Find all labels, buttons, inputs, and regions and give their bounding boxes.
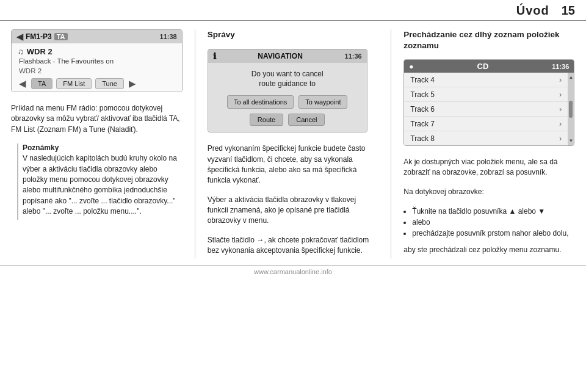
fm-station-name: ♫ WDR 2	[18, 47, 176, 56]
nav-question: Do you want to cancel route guidance to	[217, 69, 358, 90]
main-content: ◀ FM1-P3 TA 11:38 ♫ WDR 2 Flashback - Th…	[0, 21, 586, 265]
fm-track-info: Flashback - The Favourites on	[18, 57, 176, 65]
track-label: Track 4	[410, 76, 559, 84]
ta-badge: TA	[54, 33, 68, 40]
nav-question-line1: Do you want to cancel	[251, 70, 324, 78]
nav-top-bar: ℹ NAVIGATION 11:36	[208, 49, 367, 63]
note-title: Poznámky	[23, 143, 183, 152]
cd-scroll-thumb	[569, 101, 573, 118]
fm-list-button[interactable]: FM List	[56, 78, 92, 89]
right-list: Ťuknite na tlačidlo posuvníka ▲ alebo ▼a…	[412, 206, 575, 239]
ta-button[interactable]: TA	[31, 78, 52, 89]
mid-paragraph1: Pred vykonaním špecifickej funkcie budet…	[208, 143, 379, 186]
cd-main-row: Track 4›Track 5›Track 6›Track 7›Track 8›…	[404, 73, 574, 145]
page-footer: www.carmanualonline.info	[0, 265, 586, 278]
right-paragraph1: Ak je dostupných viac položiek menu, ale…	[403, 157, 575, 178]
cd-track-item[interactable]: Track 5›	[404, 87, 568, 102]
cd-scrollbar[interactable]: ▲ ▼	[568, 73, 574, 145]
page-title-area: Úvod 15	[516, 4, 575, 18]
nav-waypoint-button[interactable]: To waypoint	[298, 95, 347, 109]
fm-station-name-text: WDR 2	[27, 47, 52, 56]
fm-prev-icon[interactable]: ◀	[18, 78, 27, 89]
left-paragraph1: Príklad na menu FM rádio: pomocou dotyko…	[11, 103, 183, 135]
fm-top-left: ◀ FM1-P3 TA	[16, 32, 68, 42]
nav-screen: ℹ NAVIGATION 11:36 Do you want to cancel…	[208, 49, 367, 133]
col-mid: Správy ℹ NAVIGATION 11:36 Do you want to…	[208, 29, 379, 259]
fm-time: 11:38	[160, 33, 177, 40]
col-left: ◀ FM1-P3 TA 11:38 ♫ WDR 2 Flashback - Th…	[11, 29, 183, 259]
track-label: Track 8	[410, 134, 559, 143]
fm-buttons: ◀ TA FM List Tune ▶	[18, 78, 176, 89]
col-divider-2	[391, 29, 391, 259]
mid-section-heading: Správy	[208, 29, 379, 40]
cd-scroll-down-icon[interactable]: ▼	[568, 138, 573, 143]
track-label: Track 7	[410, 120, 559, 128]
nav-time: 11:36	[345, 53, 362, 60]
cd-top-bar: ● CD 11:36	[404, 60, 574, 73]
fm-body: ♫ WDR 2 Flashback - The Favourites on WD…	[12, 43, 182, 92]
right-paragraph2: Na dotykovej obrazovke:	[403, 187, 575, 197]
cd-icon: ●	[409, 62, 413, 71]
cd-track-list: Track 4›Track 5›Track 6›Track 7›Track 8›	[404, 73, 568, 145]
cd-time: 11:36	[552, 63, 569, 70]
note-block: Poznámky V nasledujúcich kapitolách budú…	[17, 143, 183, 219]
mid-paragraph2: Výber a aktivácia tlačidla obrazovky v t…	[208, 195, 379, 227]
page-title: Úvod	[516, 4, 549, 18]
fm-top-bar: ◀ FM1-P3 TA 11:38	[12, 30, 182, 43]
nav-route-button[interactable]: Route	[250, 114, 283, 126]
track-arrow-icon: ›	[559, 75, 562, 84]
cd-track-item[interactable]: Track 6›	[404, 102, 568, 117]
nav-cancel-button[interactable]: Cancel	[288, 114, 325, 126]
cd-track-item[interactable]: Track 4›	[404, 73, 568, 87]
track-arrow-icon: ›	[559, 90, 562, 99]
nav-all-destinations-button[interactable]: To all destinations	[227, 95, 294, 109]
nav-question-line2: route guidance to	[259, 79, 316, 88]
track-arrow-icon: ›	[559, 104, 562, 114]
cd-track-item[interactable]: Track 8›	[404, 131, 568, 145]
nav-info-icon: ℹ	[213, 51, 216, 61]
right-section-heading: Prechádzanie cez dlhý zoznam položiek zo…	[403, 29, 575, 51]
cd-scroll-up-icon[interactable]: ▲	[568, 74, 573, 80]
note-text: V nasledujúcich kapitolách budú kruhy ok…	[23, 153, 183, 217]
col-right: Prechádzanie cez dlhý zoznam položiek zo…	[403, 29, 575, 259]
list-item: alebo	[412, 217, 575, 228]
track-label: Track 5	[410, 90, 559, 99]
track-arrow-icon: ›	[559, 134, 562, 143]
tune-button[interactable]: Tune	[95, 78, 124, 89]
col-divider-1	[195, 29, 195, 259]
cd-title: CD	[477, 62, 489, 71]
nav-title: NAVIGATION	[258, 52, 303, 60]
nav-body: Do you want to cancel route guidance to …	[208, 63, 367, 132]
cd-screen: ● CD 11:36 Track 4›Track 5›Track 6›Track…	[403, 59, 574, 146]
track-arrow-icon: ›	[559, 119, 562, 128]
footer-url: www.carmanualonline.info	[254, 268, 332, 275]
fm-station-label: FM1-P3	[26, 32, 52, 41]
mid-paragraph3: Stlačte tlačidlo →, ak chcete pokračovať…	[208, 235, 379, 256]
fm-station-sub: WDR 2	[18, 67, 176, 74]
music-note-icon: ♫	[18, 47, 24, 56]
list-item: prechádzajte posuvník prstom nahor alebo…	[412, 228, 575, 239]
right-paragraph3: aby ste prechádzali cez položky menu zoz…	[403, 245, 575, 255]
fm-next-icon[interactable]: ▶	[128, 78, 137, 89]
track-label: Track 6	[410, 105, 559, 114]
cd-track-item[interactable]: Track 7›	[404, 117, 568, 131]
nav-footer-row: Route Cancel	[217, 114, 358, 126]
list-item: Ťuknite na tlačidlo posuvníka ▲ alebo ▼	[412, 206, 575, 217]
page-header: Úvod 15	[0, 0, 586, 21]
page-number: 15	[562, 4, 575, 18]
nav-btn-row: To all destinations To waypoint	[217, 95, 358, 109]
fm-screen: ◀ FM1-P3 TA 11:38 ♫ WDR 2 Flashback - Th…	[11, 29, 183, 92]
back-arrow-icon[interactable]: ◀	[16, 32, 23, 42]
